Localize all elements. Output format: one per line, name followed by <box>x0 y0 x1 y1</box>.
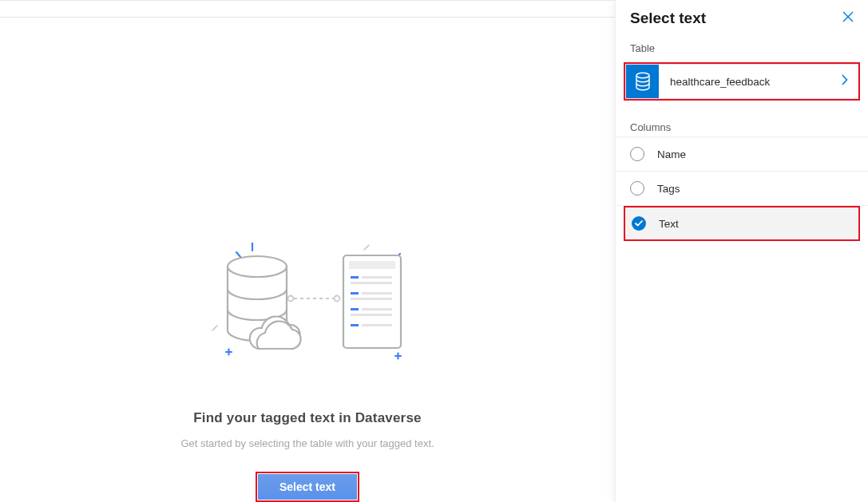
columns-section-label: Columns <box>616 101 868 136</box>
chevron-right-icon <box>841 74 848 89</box>
svg-line-7 <box>212 326 217 330</box>
panel-header: Select text <box>616 0 868 39</box>
select-text-button[interactable]: Select text <box>258 474 357 500</box>
svg-line-8 <box>364 245 369 250</box>
empty-state-title: Find your tagged text in Dataverse <box>193 410 421 426</box>
svg-rect-19 <box>362 292 392 294</box>
svg-rect-15 <box>351 276 359 279</box>
close-icon[interactable] <box>839 8 857 28</box>
panel-title: Select text <box>630 10 706 27</box>
svg-rect-23 <box>351 314 392 316</box>
divider <box>0 17 615 18</box>
svg-point-12 <box>335 296 340 302</box>
svg-rect-17 <box>351 282 392 284</box>
table-selector-row[interactable]: healthcare_feedback <box>625 64 858 99</box>
svg-point-10 <box>288 296 294 302</box>
svg-point-26 <box>636 73 649 77</box>
svg-rect-22 <box>362 308 392 310</box>
svg-rect-14 <box>349 261 395 269</box>
main-content-area: Find your tagged text in Dataverse Get s… <box>0 0 615 502</box>
radio-icon <box>630 147 644 161</box>
table-section-label: Table <box>616 39 868 62</box>
highlight-box: Select text <box>256 472 359 502</box>
table-name: healthcare_feedback <box>659 76 841 88</box>
svg-rect-16 <box>362 276 392 279</box>
svg-rect-13 <box>343 255 401 348</box>
dataverse-illustration <box>209 243 417 370</box>
database-icon <box>626 65 659 98</box>
column-option-name[interactable]: Name <box>616 136 868 172</box>
svg-rect-25 <box>362 324 392 326</box>
empty-state: Find your tagged text in Dataverse Get s… <box>160 243 455 502</box>
column-label: Name <box>657 148 686 160</box>
svg-rect-21 <box>351 308 359 310</box>
svg-line-0 <box>236 252 241 258</box>
column-label: Tags <box>657 183 680 195</box>
radio-icon <box>630 181 644 196</box>
highlight-box: healthcare_feedback <box>624 62 860 101</box>
svg-point-9 <box>228 256 287 277</box>
column-label: Text <box>659 218 679 230</box>
svg-rect-18 <box>351 292 359 294</box>
highlight-box: Text <box>624 206 860 241</box>
column-option-tags[interactable]: Tags <box>616 172 868 206</box>
svg-rect-24 <box>351 324 359 326</box>
empty-state-subtitle: Get started by selecting the table with … <box>180 437 434 449</box>
svg-rect-20 <box>351 298 392 300</box>
select-text-panel: Select text Table healthcare_feedback Co… <box>615 0 868 502</box>
column-option-text[interactable]: Text <box>625 208 858 239</box>
radio-checked-icon <box>632 216 646 231</box>
